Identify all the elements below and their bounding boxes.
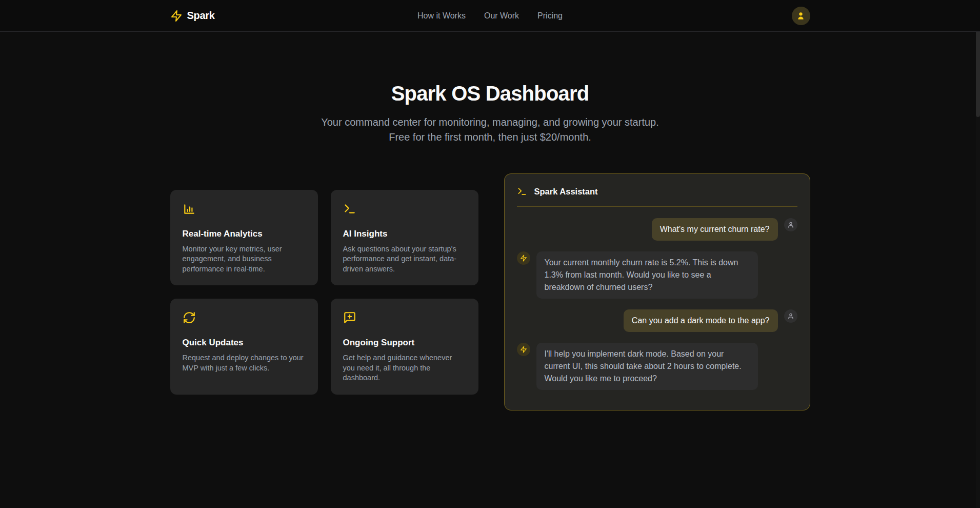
hero-section: Spark OS Dashboard Your command center f… [0,32,980,145]
feature-cards-grid: Real-time Analytics Monitor your key met… [170,190,478,395]
card-title: Ongoing Support [343,338,466,348]
user-icon [787,312,794,320]
assistant-message-bubble: Your current monthly churn rate is 5.2%.… [536,251,758,299]
nav-link-our-work[interactable]: Our Work [484,11,519,21]
card-description: Monitor your key metrics, user engagemen… [183,244,306,275]
assistant-panel-title: Spark Assistant [534,187,598,197]
refresh-icon [183,311,196,324]
message-square-plus-icon [343,311,356,324]
card-description: Get help and guidance whenever you need … [343,353,466,383]
panel-divider [517,206,797,207]
zap-icon [170,10,183,22]
feature-card-quick-updates[interactable]: Quick Updates Request and deploy changes… [170,299,318,395]
user-avatar-button[interactable] [792,7,810,25]
feature-card-analytics[interactable]: Real-time Analytics Monitor your key met… [170,190,318,286]
card-title: AI Insights [343,229,466,239]
chat-message-assistant: I'll help you implement dark mode. Based… [517,343,797,390]
assistant-panel-header: Spark Assistant [517,186,797,206]
terminal-icon [517,186,527,197]
nav-links: How it Works Our Work Pricing [417,11,563,21]
chat-message-user: Can you add a dark mode to the app? [517,309,797,332]
chat-message-user: What's my current churn rate? [517,218,797,241]
user-message-bubble: What's my current churn rate? [652,218,778,241]
spark-assistant-panel: Spark Assistant What's my current churn … [504,173,810,411]
card-description: Ask questions about your startup's perfo… [343,244,466,275]
card-title: Quick Updates [183,338,306,348]
top-nav: Spark How it Works Our Work Pricing [0,0,980,32]
user-icon [796,11,806,21]
chat-message-assistant: Your current monthly churn rate is 5.2%.… [517,251,797,299]
chat-messages: What's my current churn rate? Your curre… [517,218,797,390]
user-icon [787,221,794,228]
page-scrollbar-track[interactable] [976,0,980,508]
assistant-chat-avatar [517,343,530,356]
main-content: Real-time Analytics Monitor your key met… [170,173,810,411]
brand-logo[interactable]: Spark [170,10,215,22]
assistant-chat-avatar [517,251,530,265]
page-subtitle: Your command center for monitoring, mana… [311,115,670,145]
user-chat-avatar [784,309,797,323]
zap-icon [520,255,527,262]
user-chat-avatar [784,218,797,231]
zap-icon [520,346,527,353]
feature-card-ai-insights[interactable]: AI Insights Ask questions about your sta… [331,190,478,286]
terminal-icon [343,202,356,216]
nav-link-how-it-works[interactable]: How it Works [417,11,466,21]
assistant-message-bubble: I'll help you implement dark mode. Based… [536,343,758,390]
brand-name: Spark [187,10,215,22]
feature-card-ongoing-support[interactable]: Ongoing Support Get help and guidance wh… [331,299,478,395]
page-title: Spark OS Dashboard [0,81,980,106]
user-message-bubble: Can you add a dark mode to the app? [624,309,778,332]
nav-container: Spark How it Works Our Work Pricing [170,0,810,31]
card-description: Request and deploy changes to your MVP w… [183,353,306,373]
bar-chart-icon [183,202,196,216]
card-title: Real-time Analytics [183,229,306,239]
nav-link-pricing[interactable]: Pricing [537,11,563,21]
